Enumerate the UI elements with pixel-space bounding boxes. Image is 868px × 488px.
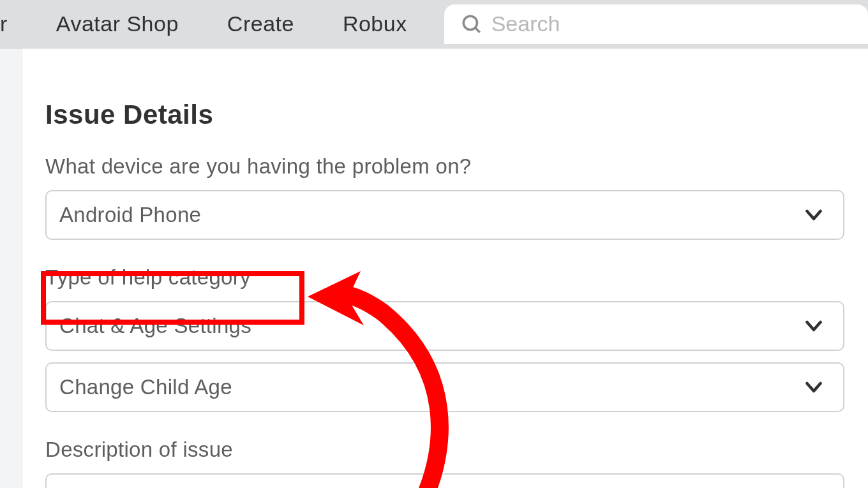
form-content: Issue Details What device are you having… — [22, 48, 868, 488]
nav-item-create[interactable]: Create — [203, 11, 318, 36]
search-container[interactable] — [444, 4, 868, 44]
device-value: Android Phone — [59, 203, 201, 227]
subcategory-value: Change Child Age — [59, 375, 232, 399]
nav-item-robux[interactable]: Robux — [318, 11, 431, 36]
top-navigation: r Avatar Shop Create Robux — [0, 0, 868, 48]
page-body: Issue Details What device are you having… — [0, 48, 868, 488]
left-gutter — [0, 48, 22, 488]
description-textarea[interactable]: I'm over 13 years — [45, 473, 844, 488]
chevron-down-icon — [802, 314, 825, 337]
category-label: Type of help category — [45, 265, 868, 290]
category-value: Chat & Age Settings — [59, 314, 251, 338]
nav-item-avatar-shop[interactable]: Avatar Shop — [32, 11, 203, 36]
nav-item-partial[interactable]: r — [0, 11, 32, 36]
device-label: What device are you having the problem o… — [45, 154, 868, 179]
section-title: Issue Details — [45, 100, 868, 130]
svg-line-1 — [475, 27, 479, 32]
description-label: Description of issue — [45, 438, 868, 462]
svg-point-0 — [463, 16, 477, 29]
chevron-down-icon — [802, 376, 825, 399]
device-dropdown[interactable]: Android Phone — [45, 190, 844, 240]
chevron-down-icon — [802, 203, 825, 226]
subcategory-dropdown[interactable]: Change Child Age — [45, 362, 844, 412]
search-input[interactable] — [491, 11, 851, 36]
search-icon — [461, 13, 483, 35]
category-dropdown[interactable]: Chat & Age Settings — [45, 301, 844, 351]
